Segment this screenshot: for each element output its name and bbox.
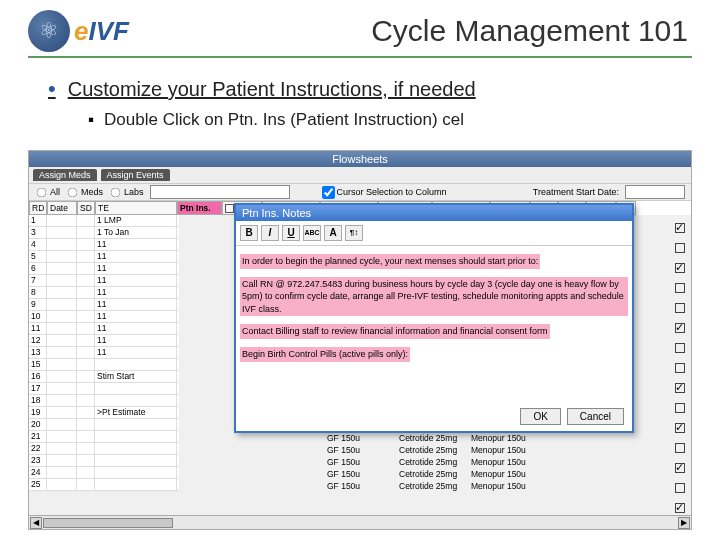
table-row[interactable]: 411 — [29, 239, 179, 251]
row-check[interactable] — [675, 403, 685, 413]
note-line-4: Begin Birth Control Pills (active pills … — [240, 347, 410, 362]
column-ptn-ins[interactable]: Ptn Ins. — [177, 201, 222, 215]
table-row[interactable]: 19 >Pt Estimate — [29, 407, 179, 419]
grid-left-rows: 11 LMP31 To Jan4115116117118119111011111… — [29, 215, 179, 491]
bold-button[interactable]: B — [240, 225, 258, 241]
radio-labs[interactable] — [111, 187, 121, 197]
table-row[interactable]: 20 — [29, 419, 179, 431]
h-scrollbar[interactable]: ◀ ▶ — [29, 515, 691, 529]
note-line-1: In order to begin the planned cycle, you… — [240, 254, 540, 269]
table-row[interactable]: 21 — [29, 431, 179, 443]
spellcheck-button[interactable]: ABC — [303, 225, 321, 241]
table-row[interactable]: 1211 — [29, 335, 179, 347]
radio-meds[interactable] — [68, 187, 78, 197]
slide-header: ⚛ eIVF Cycle Management 101 — [28, 10, 692, 58]
table-row[interactable]: 811 — [29, 287, 179, 299]
logo-badge-icon: ⚛ — [28, 10, 70, 52]
table-row[interactable]: 611 — [29, 263, 179, 275]
slide-title: Cycle Management 101 — [129, 14, 692, 48]
note-line-2: Call RN @ 972.247.5483 during business h… — [240, 277, 628, 317]
popup-toolbar: B I U ABC A ¶↕ — [236, 221, 632, 246]
table-row[interactable]: 11 LMP — [29, 215, 179, 227]
med-row: GF 150uCetrotide 25mgMenopur 150u — [179, 445, 535, 457]
row-check[interactable] — [675, 263, 685, 273]
popup-body[interactable]: In order to begin the planned cycle, you… — [236, 246, 632, 370]
row-check[interactable] — [675, 323, 685, 333]
row-check[interactable] — [675, 383, 685, 393]
med-rows: GF 150uCetrotide 25mgMenopur 150uGF 150u… — [179, 433, 535, 493]
scroll-left-icon[interactable]: ◀ — [30, 517, 42, 529]
med-row: GF 150uCetrotide 25mgMenopur 150u — [179, 433, 535, 445]
treatment-date-label: Treatment Start Date: — [533, 187, 619, 197]
radio-all[interactable] — [37, 187, 47, 197]
scroll-thumb[interactable] — [43, 518, 173, 528]
ok-button[interactable]: OK — [520, 408, 560, 425]
table-row[interactable]: 18 — [29, 395, 179, 407]
row-check[interactable] — [675, 443, 685, 453]
ptn-ins-notes-popup: Ptn Ins. Notes B I U ABC A ¶↕ In order t… — [234, 203, 634, 433]
filter-row: All Meds Labs Cursor Selection to Column… — [29, 183, 691, 201]
right-checkbox-column — [675, 223, 685, 513]
row-check[interactable] — [675, 343, 685, 353]
note-line-3: Contact Billing staff to review financia… — [240, 324, 550, 339]
table-row[interactable]: 911 — [29, 299, 179, 311]
bullet-main: Customize your Patient Instructions, if … — [48, 76, 692, 102]
italic-button[interactable]: I — [261, 225, 279, 241]
med-row: GF 150uCetrotide 25mgMenopur 150u — [179, 469, 535, 481]
table-row[interactable]: 23 — [29, 455, 179, 467]
row-check[interactable] — [675, 503, 685, 513]
table-row[interactable]: 1311 — [29, 347, 179, 359]
table-row[interactable]: 17 — [29, 383, 179, 395]
filter-combo[interactable] — [150, 185, 290, 199]
row-check[interactable] — [675, 223, 685, 233]
logo-text: eIVF — [74, 16, 129, 47]
bullet-sub: Double Click on Ptn. Ins (Patient Instru… — [88, 110, 692, 130]
popup-title: Ptn Ins. Notes — [236, 205, 632, 221]
cancel-button[interactable]: Cancel — [567, 408, 624, 425]
row-check[interactable] — [675, 243, 685, 253]
treatment-date-field[interactable] — [625, 185, 685, 199]
flowsheets-window: Flowsheets Assign Meds Assign Events All… — [28, 150, 692, 530]
line-spacing-button[interactable]: ¶↕ — [345, 225, 363, 241]
row-check[interactable] — [675, 363, 685, 373]
table-row[interactable]: 1011 — [29, 311, 179, 323]
window-title: Flowsheets — [29, 151, 691, 167]
table-row[interactable]: 511 — [29, 251, 179, 263]
table-row[interactable]: 15 — [29, 359, 179, 371]
table-row[interactable]: 25 — [29, 479, 179, 491]
table-row[interactable]: 1111 — [29, 323, 179, 335]
cursor-checkbox[interactable] — [322, 186, 335, 199]
table-row[interactable]: 16 Stim Start — [29, 371, 179, 383]
tabs-row: Assign Meds Assign Events — [29, 167, 691, 183]
med-row: GF 150uCetrotide 25mgMenopur 150u — [179, 481, 535, 493]
font-color-button[interactable]: A — [324, 225, 342, 241]
tab-assign-events[interactable]: Assign Events — [101, 169, 170, 181]
row-check[interactable] — [675, 283, 685, 293]
tab-assign-meds[interactable]: Assign Meds — [33, 169, 97, 181]
med-row: GF 150uCetrotide 25mgMenopur 150u — [179, 457, 535, 469]
table-row[interactable]: 22 — [29, 443, 179, 455]
table-row[interactable]: 31 To Jan — [29, 227, 179, 239]
row-check[interactable] — [675, 423, 685, 433]
table-row[interactable]: 711 — [29, 275, 179, 287]
row-check[interactable] — [675, 483, 685, 493]
row-check[interactable] — [675, 463, 685, 473]
row-check[interactable] — [675, 303, 685, 313]
underline-button[interactable]: U — [282, 225, 300, 241]
table-row[interactable]: 24 — [29, 467, 179, 479]
logo: ⚛ eIVF — [28, 10, 129, 52]
scroll-right-icon[interactable]: ▶ — [678, 517, 690, 529]
